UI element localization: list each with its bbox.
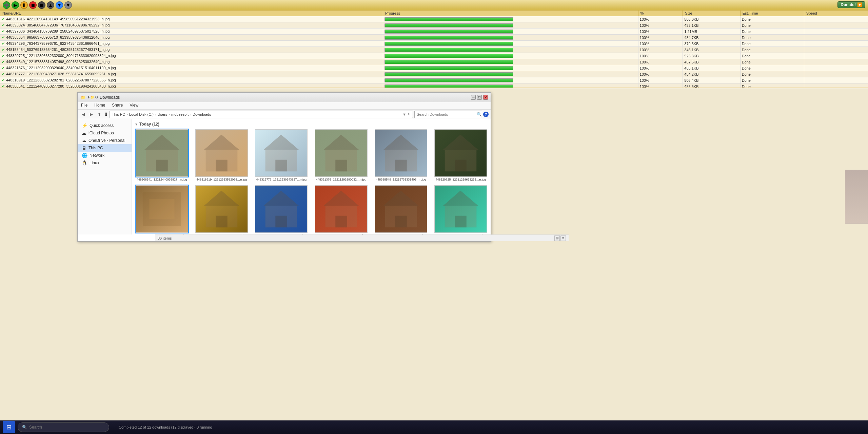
search-downloads-input[interactable] [414,111,482,118]
close-button[interactable]: ✕ [483,95,488,100]
download-name: ✔448321376_122112932900329640_3349041515… [0,65,383,71]
breadcrumb-refresh-icon: ↻ [408,112,411,116]
download-time: Done [740,41,804,47]
nav-download-icon: ⬇ [104,112,108,117]
download-speed [804,59,868,65]
sidebar-item-linux[interactable]: 🐧 Linux [78,159,132,167]
svg-rect-30 [216,216,228,228]
sidebar-item-icloud[interactable]: ☁ iCloud Photos [78,129,132,137]
sidebar-item-quick-access[interactable]: ⚡ Quick access [78,122,132,129]
download-progress [383,71,638,77]
download-speed [804,53,868,59]
thumbnail-item[interactable]: 448316777_12212630943827…n.jpg [254,129,309,181]
progress-bar-container [384,42,513,46]
action-button-2[interactable]: ▲ [47,1,54,9]
sidebar-item-label: Network [90,153,104,158]
donate-button[interactable]: Donate! 🔽 [837,1,865,8]
thumbnail-item[interactable]: 448394296_76344379599676…n.jpg [194,185,249,234]
thumbnail-item[interactable]: 448321376_12211293290032…n.jpg [314,129,368,181]
action-button-3[interactable]: ▼ [56,1,63,9]
check-icon: ✔ [2,66,5,70]
download-speed [804,41,868,47]
progress-bar-fill [385,18,513,21]
download-time: Done [740,59,804,65]
thumbnail-image [434,129,487,177]
thumbnail-image [315,185,368,233]
start-button[interactable]: ⊞ [3,421,15,433]
sidebar-item-label: Linux [90,161,99,165]
progress-bar-container [384,23,513,27]
action-button-4[interactable]: ▼ [64,1,72,9]
download-row: ✔448397086_343484158769289_2588246975375… [0,29,868,35]
thumbnail-item[interactable]: 448393024_38546004787293…n.jpg [374,185,428,234]
maximize-button[interactable]: □ [477,95,482,100]
download-pct: 100% [638,53,683,59]
menu-home[interactable]: Home [91,102,108,109]
download-row: ✔448393024_385460047872936_7671104687906… [0,22,868,29]
pause-button[interactable]: ⏸ [20,1,28,9]
thumbnail-label: 448316777_12212630943827…n.jpg [255,178,308,181]
download-pct: 100% [638,29,683,35]
sidebar-item-onedrive[interactable]: ☁ OneDrive - Personal [78,137,132,144]
list-view-button[interactable]: ≡ [560,235,566,241]
thumbnail-item[interactable]: 448306541_12212440935827…n.jpg [135,129,189,181]
help-button[interactable]: ? [483,112,489,117]
thumbnail-item[interactable]: 448318919_12212333582028…n.jpg [194,129,249,181]
download-pct: 100% [638,47,683,53]
thumbnail-item[interactable]: 448388549_12215733331405…n.jpg [374,129,428,181]
download-row: ✔448306541_122124409358277280_3326881984… [0,83,868,88]
sidebar-item-network[interactable]: 🌐 Network [78,152,132,159]
check-icon: ✔ [2,17,5,21]
sidebar-item-thispc[interactable]: 🖥 This PC [78,144,132,152]
progress-bar-fill [385,48,513,52]
download-speed [804,83,868,88]
nav-up-button[interactable]: ⬆ [96,111,103,118]
download-row: ✔448361316_422120904131149_4558509512294… [0,16,868,22]
taskbar-search: 🔍 [18,422,109,432]
svg-rect-23 [455,160,467,172]
stop-button[interactable]: ⏹ [29,1,37,9]
download-row: ✔448318919_122123335820282781_6265226978… [0,77,868,83]
thispc-icon: 🖥 [82,145,86,151]
breadcrumb-dropdown-icon: ▼ [402,112,406,116]
thumbnail-view-button[interactable]: ⊞ [554,235,560,241]
thumbnail-item[interactable]: 448320725_12211239663233…n.jpg [434,129,488,181]
resume-button[interactable]: ▶ [12,1,19,9]
download-name: ✔448394296_763443795996761_8227435428616… [0,41,383,47]
download-progress [383,83,638,88]
download-progress [383,59,638,65]
thumbnail-image [434,185,487,233]
thumbnail-image [195,185,248,233]
thumbnail-item[interactable]: 448158434_50376918865426…n.jpg [135,185,189,234]
svg-rect-3 [156,160,168,172]
nav-forward-button[interactable]: ▶ [88,111,95,118]
thumbnail-item[interactable]: 448397086_34348415876928…n.jpg [314,185,368,234]
download-progress [383,29,638,35]
action-button-1[interactable]: ◼ [38,1,45,9]
download-size: 508.4KB [683,77,740,83]
menu-file[interactable]: File [78,102,91,109]
download-progress [383,22,638,29]
thumbnail-item[interactable]: 448361316_42212090413114…n.jpg [434,185,488,234]
nav-back-button[interactable]: ◀ [80,111,86,118]
sidebar-item-label: iCloud Photos [88,131,114,135]
download-time: Done [740,83,804,88]
download-name: ✔448318919_122123335820282781_6265226978… [0,77,383,83]
download-time: Done [740,71,804,77]
quick-access-icon: ⚡ [82,123,87,128]
explorer-nav: ◀ ▶ ⬆ ⬇ This PC › Local Disk (C:) › User… [78,110,491,119]
svg-rect-15 [335,160,347,172]
address-bar[interactable]: This PC › Local Disk (C:) › Users › mobe… [110,111,413,118]
taskbar-search-input[interactable] [29,425,97,430]
add-button[interactable]: ➕ [3,1,10,9]
progress-bar-container [384,84,513,88]
menu-share[interactable]: Share [108,102,126,109]
search-icon[interactable]: 🔍 [477,112,482,117]
download-name: ✔448316777_122126309438271028_5536167416… [0,71,383,77]
download-row: ✔448368654_965663768905710_6139589675436… [0,35,868,41]
download-size: 484.7KB [683,35,740,41]
thumbnail-item[interactable]: 448368654_96566376890571…n.jpg [254,185,309,234]
menu-view[interactable]: View [126,102,142,109]
download-row: ✔448320725_122112396632332000_8004718333… [0,53,868,59]
minimize-button[interactable]: ─ [471,95,476,100]
